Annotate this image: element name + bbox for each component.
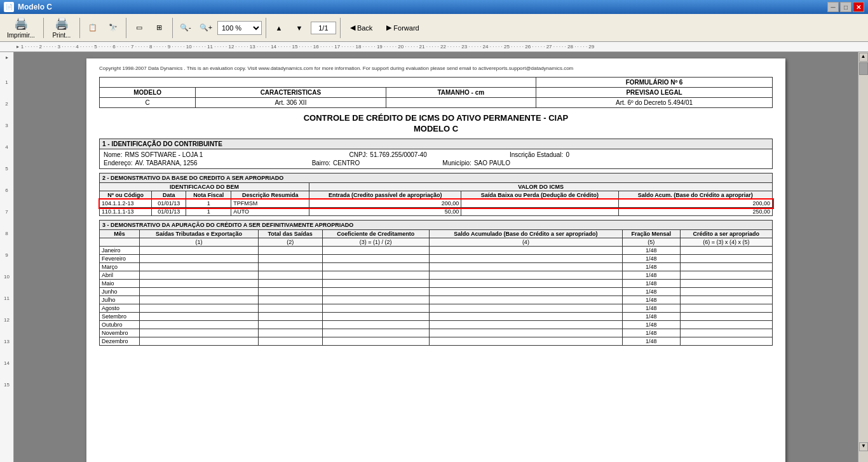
arrow-up-icon: ▲ xyxy=(275,24,282,32)
find-button[interactable]: 🔭 xyxy=(104,19,122,37)
doc-page: Copyright 1998-2007 Data Dynamics . This… xyxy=(86,58,785,462)
row1-num-codigo: 104.1.1.2-13 xyxy=(100,200,152,208)
imprimir-button[interactable]: 🖨️ Imprimir... xyxy=(3,16,39,40)
forward-button[interactable]: ▶ Forward xyxy=(381,20,424,36)
row2-entrada: 50,00 xyxy=(309,208,461,216)
page-nav-input[interactable] xyxy=(311,22,336,34)
window-controls: ─ □ ✕ xyxy=(827,2,864,12)
zoom-in-icon: 🔍+ xyxy=(200,24,212,32)
title-bar: 📄 Modelo C ─ □ ✕ xyxy=(0,0,868,14)
right-scrollbar[interactable]: ▲ ▼ xyxy=(858,52,868,462)
doc-title: CONTROLE DE CRÉDITO DE ICMS DO ATIVO PER… xyxy=(99,113,773,123)
print-label: Print... xyxy=(52,32,71,39)
ruler-mark-4: 3 xyxy=(5,123,8,128)
doc-area[interactable]: Copyright 1998-2007 Data Dynamics . This… xyxy=(14,52,858,462)
ruler-mark-2: 1 xyxy=(5,79,8,85)
fracao-abril: 1/48 xyxy=(622,271,680,280)
month-fevereiro: Fevereiro xyxy=(100,255,140,263)
scroll-down-button[interactable]: ▼ xyxy=(859,442,868,451)
print-icon: 🖨️ xyxy=(14,17,28,31)
th-mes: Mês xyxy=(100,230,140,238)
col-caracteristicas: CARACTERISTICAS xyxy=(196,88,386,98)
th-coeficiente: Coeficiente de Creditamento xyxy=(322,230,429,238)
nav-area xyxy=(311,22,336,34)
fracao-janeiro: 1/48 xyxy=(622,247,680,255)
print-button[interactable]: 🖨️ Print... xyxy=(48,16,76,40)
section3-container: 3 - DEMONSTRATIVO DA APURAÇÃO DO CRÉDITO… xyxy=(99,220,773,346)
form-header-table: FORMULÁRIO Nº 6 MODELO CARACTERISTICAS T… xyxy=(99,77,773,108)
forward-arrow-icon: ▶ xyxy=(386,24,391,32)
separator-5 xyxy=(266,18,266,38)
prev-page-button[interactable]: ▲ xyxy=(270,19,288,37)
th-entrada: Entrada (Credito passível de apropriação… xyxy=(309,191,461,200)
ruler-mark-15: 14 xyxy=(4,360,10,366)
ruler-mark-12: 11 xyxy=(4,296,10,301)
section1-content: Nome: RMS SOFTWARE - LOJA 1 CNPJ: 51.769… xyxy=(100,149,772,168)
zoom-in-button[interactable]: 🔍+ xyxy=(197,19,215,37)
multi-page-button[interactable]: ⊞ xyxy=(151,19,168,37)
fracao-dezembro: 1/48 xyxy=(622,337,680,346)
close-button[interactable]: ✕ xyxy=(853,2,864,12)
formula-row: (1) (2) (3) = (1) / (2) (4) (5) (6) = (3… xyxy=(100,238,773,247)
app-icon: 📄 xyxy=(4,2,14,12)
section1-box: 1 - IDENTIFICAÇÃO DO CONTRIBUINTE Nome: … xyxy=(99,139,773,169)
formula-col4: (4) xyxy=(429,238,622,247)
month-row-fevereiro: Fevereiro 1/48 xyxy=(100,255,773,263)
row1-descricao: TPFMSM xyxy=(231,200,309,208)
horizontal-ruler: ▸ 1 · · · · · 2 · · · · · 3 · · · · · 4 … xyxy=(0,42,868,52)
th-saida-baixa: Saída Baixa ou Perda (Dedução de Crédito… xyxy=(461,191,618,200)
month-row-maio: Maio 1/48 xyxy=(100,280,773,288)
fracao-junho: 1/48 xyxy=(622,288,680,296)
row2-data: 01/01/13 xyxy=(152,208,186,216)
ruler-mark-9: 8 xyxy=(5,231,8,236)
minimize-button[interactable]: ─ xyxy=(827,2,839,12)
th-num-codigo: Nº ou Código xyxy=(100,191,152,200)
endereco-label: Endereço: xyxy=(104,160,133,166)
imprimir-label: Imprimir... xyxy=(7,32,35,39)
maximize-button[interactable]: □ xyxy=(840,2,851,12)
municipio-value: SAO PAULO xyxy=(474,160,510,166)
month-setembro: Setembro xyxy=(100,313,140,321)
th-data: Data xyxy=(152,191,186,200)
row2-saldo: 250,00 xyxy=(618,208,772,216)
main-area: ▸ 1 2 3 4 5 6 7 8 9 10 11 12 13 14 15 Co… xyxy=(0,52,868,462)
ruler-mark-14: 13 xyxy=(4,339,10,344)
th-saldo-acumulado: Saldo Acumulado (Base do Crédito a ser a… xyxy=(429,230,622,238)
col-modelo: MODELO xyxy=(100,88,196,98)
zoom-select[interactable]: 100 % 75 % 150 % xyxy=(217,21,262,35)
th-saidas: Saídas Tributadas e Exportação xyxy=(140,230,259,238)
th-fracao: Fração Mensal xyxy=(622,230,680,238)
month-row-abril: Abril 1/48 xyxy=(100,271,773,280)
pages-icon: ⊞ xyxy=(156,24,162,32)
separator-3 xyxy=(126,18,126,38)
section2-container: 2 - DEMONSTRATIVO DA BASE DO CREDITO A S… xyxy=(99,173,773,216)
month-row-outubro: Outubro 1/48 xyxy=(100,321,773,329)
print2-icon: 🖨️ xyxy=(55,17,69,31)
nome-value: RMS SOFTWARE - LOJA 1 xyxy=(125,151,203,158)
fracao-outubro: 1/48 xyxy=(622,321,680,329)
next-page-button[interactable]: ▼ xyxy=(290,19,308,37)
back-button[interactable]: ◀ Back xyxy=(344,20,378,36)
th-saldo-acum: Saldo Acum. (Base do Crédito a apropriar… xyxy=(618,191,772,200)
zoom-out-button[interactable]: 🔍- xyxy=(177,19,194,37)
section1-title: 1 - IDENTIFICAÇÃO DO CONTRIBUINTE xyxy=(100,139,772,149)
section3-table: Mês Saídas Tributadas e Exportação Total… xyxy=(99,229,773,346)
month-janeiro: Janeiro xyxy=(100,247,140,255)
formula-mes xyxy=(100,238,140,247)
arrow-down-icon: ▼ xyxy=(295,24,302,32)
single-page-button[interactable]: ▭ xyxy=(130,19,148,37)
cnpj-value: 51.769.255/0007-40 xyxy=(370,151,427,158)
municipio-label: Município: xyxy=(442,160,471,166)
fracao-setembro: 1/48 xyxy=(622,313,680,321)
copy-button[interactable]: 📋 xyxy=(84,19,102,37)
scroll-up-button[interactable]: ▲ xyxy=(859,53,868,62)
fracao-novembro: 1/48 xyxy=(622,329,680,337)
row-tamanho xyxy=(386,98,536,108)
month-marco: Março xyxy=(100,263,140,271)
row1-nota: 1 xyxy=(186,200,231,208)
ruler-mark-3: 2 xyxy=(5,101,8,107)
ie-value: 0 xyxy=(566,151,569,158)
row1-saida xyxy=(461,200,618,208)
formula-col5: (5) xyxy=(622,238,680,247)
scroll-thumb[interactable] xyxy=(859,62,868,75)
